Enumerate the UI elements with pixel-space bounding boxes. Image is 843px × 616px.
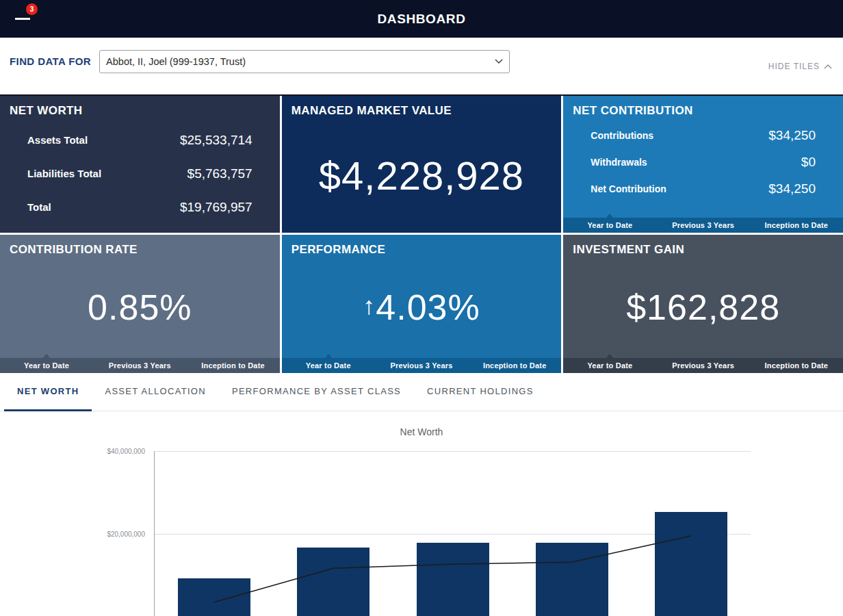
entity-select-wrap: Abbot, II, Joel (999-1937, Trust) [99,50,510,73]
period-tab-inception-to-date[interactable]: Inception to Date [750,358,843,373]
row-label: Total [27,201,51,213]
tile-title-net-worth: NET WORTH [10,104,280,118]
hide-tiles-label: HIDE TILES [768,62,820,71]
tile-performance: PERFORMANCE ↑4.03% Year to Date Previous… [282,235,562,373]
row-value: $34,250 [768,128,816,143]
period-tab-inception-to-date[interactable]: Inception to Date [186,358,279,373]
managed-market-value: $4,228,928 [319,153,524,198]
period-tab-previous-3-years[interactable]: Previous 3 Years [657,358,750,373]
row-value: $25,533,714 [180,133,252,148]
tab-current-holdings[interactable]: CURRENT HOLDINGS [414,373,547,411]
tile-title-contribution-rate: CONTRIBUTION RATE [10,243,280,257]
chevron-up-icon [824,64,832,69]
entity-select[interactable]: Abbot, II, Joel (999-1937, Trust) [99,50,510,73]
row-value: $34,250 [768,181,816,196]
page-title: DASHBOARD [0,0,843,38]
net-worth-chart-section: Net Worth $40,000,000$20,000,000 [0,411,843,616]
row-value: $0 [801,155,816,170]
table-row: Liabilities Total $5,763,757 [27,157,252,190]
row-label: Liabilities Total [27,168,101,179]
period-selector: Year to Date Previous 3 Years Inception … [563,358,843,373]
y-axis-tick-label: $20,000,000 [107,530,145,538]
hide-tiles-button[interactable]: HIDE TILES [768,62,832,71]
contribution-rate-value: 0.85% [88,287,192,328]
row-label: Net Contribution [591,183,666,194]
top-bar: 3 DASHBOARD [0,0,843,38]
period-tab-year-to-date[interactable]: Year to Date [563,218,656,233]
table-row: Contributions $34,250 [591,122,816,149]
find-data-for-label: FIND DATA FOR [10,55,91,67]
period-tab-year-to-date[interactable]: Year to Date [0,358,93,373]
period-tab-inception-to-date[interactable]: Inception to Date [750,218,843,233]
toolbar: FIND DATA FOR Abbot, II, Joel (999-1937,… [0,38,843,94]
menu-button[interactable]: 3 [15,10,31,27]
tile-title-investment-gain: INVESTMENT GAIN [573,243,843,257]
notification-badge: 3 [26,3,38,15]
performance-value: ↑4.03% [363,287,480,328]
tile-grid: NET WORTH Assets Total $25,533,714 Liabi… [0,94,843,373]
tile-contribution-rate: CONTRIBUTION RATE 0.85% Year to Date Pre… [0,235,280,373]
table-row: Net Contribution $34,250 [591,175,816,202]
period-tab-year-to-date[interactable]: Year to Date [563,358,656,373]
tile-managed-market-value: MANAGED MARKET VALUE $4,228,928 [282,96,562,233]
period-selector: Year to Date Previous 3 Years Inception … [0,358,280,373]
investment-gain-value: $162,828 [626,287,780,328]
y-axis-tick-label: $40,000,000 [107,448,145,455]
tile-title-performance: PERFORMANCE [291,243,562,257]
table-row: Total $19,769,957 [27,190,252,224]
section-tabs: NET WORTH ASSET ALLOCATION PERFORMANCE B… [0,373,843,411]
net-worth-chart: $40,000,000$20,000,000 [154,451,751,616]
table-row: Withdrawals $0 [591,149,816,175]
row-label: Assets Total [27,134,88,146]
row-value: $19,769,957 [180,200,252,215]
period-tab-previous-3-years[interactable]: Previous 3 Years [375,358,468,373]
trend-line [155,451,751,616]
row-label: Withdrawals [591,157,647,168]
tile-net-worth: NET WORTH Assets Total $25,533,714 Liabi… [0,96,280,233]
tab-net-worth[interactable]: NET WORTH [4,373,92,411]
period-selector: Year to Date Previous 3 Years Inception … [563,218,843,233]
net-contribution-rows: Contributions $34,250 Withdrawals $0 Net… [563,122,843,202]
tile-net-contribution: NET CONTRIBUTION Contributions $34,250 W… [563,96,843,233]
period-tab-previous-3-years[interactable]: Previous 3 Years [93,358,186,373]
chart-title: Net Worth [0,411,843,437]
period-selector: Year to Date Previous 3 Years Inception … [282,358,562,373]
tab-performance-by-asset-class[interactable]: PERFORMANCE BY ASSET CLASS [219,373,414,411]
period-tab-previous-3-years[interactable]: Previous 3 Years [657,218,750,233]
tab-asset-allocation[interactable]: ASSET ALLOCATION [92,373,218,411]
tile-title-managed-market-value: MANAGED MARKET VALUE [291,104,562,118]
tile-investment-gain: INVESTMENT GAIN $162,828 Year to Date Pr… [563,235,843,373]
row-label: Contributions [591,130,653,141]
row-value: $5,763,757 [187,166,252,181]
period-tab-inception-to-date[interactable]: Inception to Date [468,358,561,373]
up-arrow-icon: ↑ [363,292,376,320]
tile-title-net-contribution: NET CONTRIBUTION [573,104,843,118]
net-worth-rows: Assets Total $25,533,714 Liabilities Tot… [0,123,280,224]
table-row: Assets Total $25,533,714 [27,123,252,157]
period-tab-year-to-date[interactable]: Year to Date [282,358,375,373]
